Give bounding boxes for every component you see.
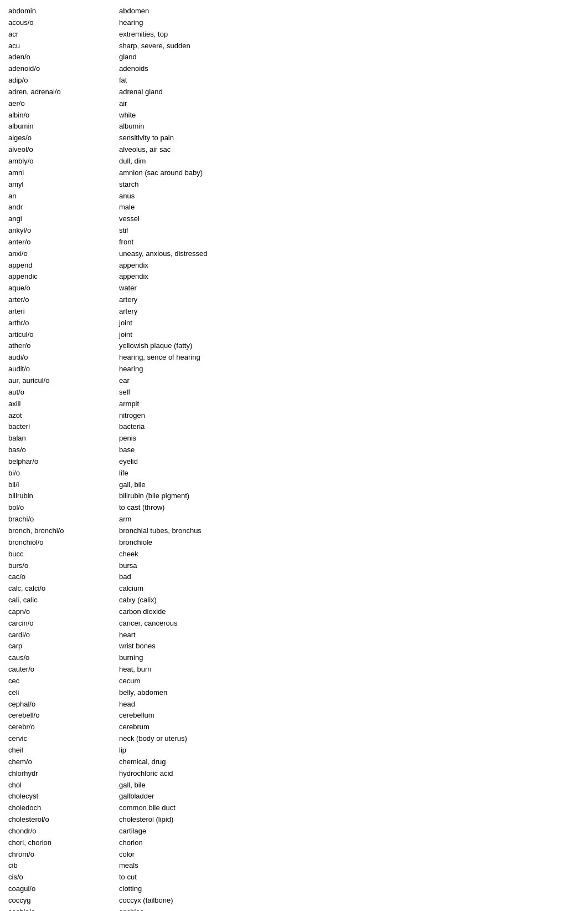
- term-cell: abdomin: [8, 6, 119, 17]
- meaning-cell: burning: [119, 653, 580, 663]
- term-cell: articul/o: [8, 330, 119, 340]
- medical-terms-table: abdominabdomenacous/ohearingacrextremiti…: [8, 6, 580, 911]
- meaning-cell: penis: [119, 433, 580, 444]
- meaning-cell: male: [119, 202, 580, 213]
- meaning-cell: belly, abdomen: [119, 688, 580, 698]
- meaning-cell: gallbladder: [119, 791, 580, 802]
- term-cell: carcin/o: [8, 618, 119, 629]
- table-row: balanpenis: [8, 433, 580, 444]
- meaning-cell: coccyx (tailbone): [119, 895, 580, 906]
- meaning-cell: wrist bones: [119, 641, 580, 652]
- term-cell: acu: [8, 41, 119, 52]
- table-row: bacteribacteria: [8, 421, 580, 433]
- term-cell: aque/o: [8, 283, 119, 294]
- term-cell: audi/o: [8, 352, 119, 363]
- table-row: choledochcommon bile duct: [8, 802, 580, 814]
- term-cell: chem/o: [8, 757, 119, 767]
- term-cell: cerebr/o: [8, 722, 119, 733]
- term-cell: burs/o: [8, 561, 119, 571]
- term-cell: amni: [8, 168, 119, 178]
- meaning-cell: albumin: [119, 121, 580, 132]
- table-row: albin/owhite: [8, 110, 580, 121]
- table-row: cac/obad: [8, 571, 580, 583]
- table-row: cardi/oheart: [8, 629, 580, 641]
- meaning-cell: starch: [119, 180, 580, 190]
- term-cell: bas/o: [8, 445, 119, 455]
- term-cell: cochle/o: [8, 907, 119, 911]
- meaning-cell: gall, bile: [119, 780, 580, 791]
- meaning-cell: gall, bile: [119, 480, 580, 490]
- table-row: appendicappendix: [8, 271, 580, 283]
- term-cell: cholesterol/o: [8, 815, 119, 825]
- table-row: arthr/ojoint: [8, 318, 580, 329]
- term-cell: azot: [8, 411, 119, 421]
- table-row: bilirubinbilirubin (bile pigment): [8, 490, 580, 502]
- table-row: capn/ocarbon dioxide: [8, 606, 580, 618]
- term-cell: bil/i: [8, 480, 119, 490]
- meaning-cell: hearing: [119, 364, 580, 375]
- term-cell: bilirubin: [8, 491, 119, 501]
- table-row: ambly/odull, dim: [8, 156, 580, 167]
- table-row: cerebr/ocerebrum: [8, 721, 580, 733]
- meaning-cell: cerebrum: [119, 722, 580, 733]
- meaning-cell: to cut: [119, 872, 580, 883]
- term-cell: bucc: [8, 549, 119, 560]
- meaning-cell: chemical, drug: [119, 757, 580, 767]
- term-cell: cheil: [8, 745, 119, 756]
- table-row: alges/osensitivity to pain: [8, 132, 580, 144]
- meaning-cell: eyelid: [119, 457, 580, 467]
- meaning-cell: front: [119, 237, 580, 248]
- table-row: chori, chorionchorion: [8, 837, 580, 849]
- table-row: belphar/oeyelid: [8, 456, 580, 468]
- meaning-cell: ear: [119, 376, 580, 386]
- term-cell: ankyl/o: [8, 226, 119, 236]
- term-cell: bi/o: [8, 468, 119, 479]
- term-cell: chori, chorion: [8, 838, 119, 848]
- table-row: audit/ohearing: [8, 364, 580, 375]
- term-cell: ambly/o: [8, 156, 119, 167]
- meaning-cell: meals: [119, 861, 580, 871]
- meaning-cell: stif: [119, 226, 580, 236]
- table-row: acous/ohearing: [8, 17, 580, 29]
- meaning-cell: hearing: [119, 18, 580, 28]
- meaning-cell: bronchial tubes, bronchus: [119, 526, 580, 536]
- term-cell: cali, calic: [8, 595, 119, 606]
- term-cell: cis/o: [8, 872, 119, 883]
- table-row: coagul/oclotting: [8, 883, 580, 895]
- meaning-cell: nitrogen: [119, 411, 580, 421]
- table-row: calc, calci/ocalcium: [8, 583, 580, 595]
- table-row: cis/oto cut: [8, 872, 580, 883]
- meaning-cell: bilirubin (bile pigment): [119, 491, 580, 501]
- table-row: anxi/ouneasy, anxious, distressed: [8, 248, 580, 260]
- table-row: abdominabdomen: [8, 6, 580, 17]
- term-cell: bronch, bronchi/o: [8, 526, 119, 536]
- table-row: brachi/oarm: [8, 514, 580, 525]
- term-cell: choledoch: [8, 803, 119, 813]
- meaning-cell: base: [119, 445, 580, 455]
- table-row: ananus: [8, 191, 580, 202]
- meaning-cell: joint: [119, 330, 580, 340]
- table-row: acusharp, severe, sudden: [8, 40, 580, 52]
- table-row: cauter/oheat, burn: [8, 664, 580, 675]
- table-row: cholecystgallbladder: [8, 791, 580, 802]
- term-cell: chrom/o: [8, 849, 119, 860]
- meaning-cell: self: [119, 387, 580, 398]
- meaning-cell: bacteria: [119, 422, 580, 432]
- table-row: aur, auricul/oear: [8, 375, 580, 387]
- table-row: cibmeals: [8, 860, 580, 872]
- term-cell: capn/o: [8, 607, 119, 617]
- meaning-cell: anus: [119, 191, 580, 202]
- table-row: burs/obursa: [8, 560, 580, 572]
- term-cell: an: [8, 191, 119, 202]
- table-row: bronchiol/obronchiole: [8, 537, 580, 549]
- term-cell: calc, calci/o: [8, 584, 119, 594]
- table-row: aer/oair: [8, 98, 580, 110]
- term-cell: caus/o: [8, 653, 119, 663]
- term-cell: coccyg: [8, 895, 119, 906]
- term-cell: aut/o: [8, 387, 119, 398]
- meaning-cell: artery: [119, 295, 580, 305]
- term-cell: angi: [8, 214, 119, 224]
- meaning-cell: cheek: [119, 549, 580, 560]
- table-row: cochle/ocochlea: [8, 907, 580, 911]
- table-row: cervicneck (body or uterus): [8, 733, 580, 745]
